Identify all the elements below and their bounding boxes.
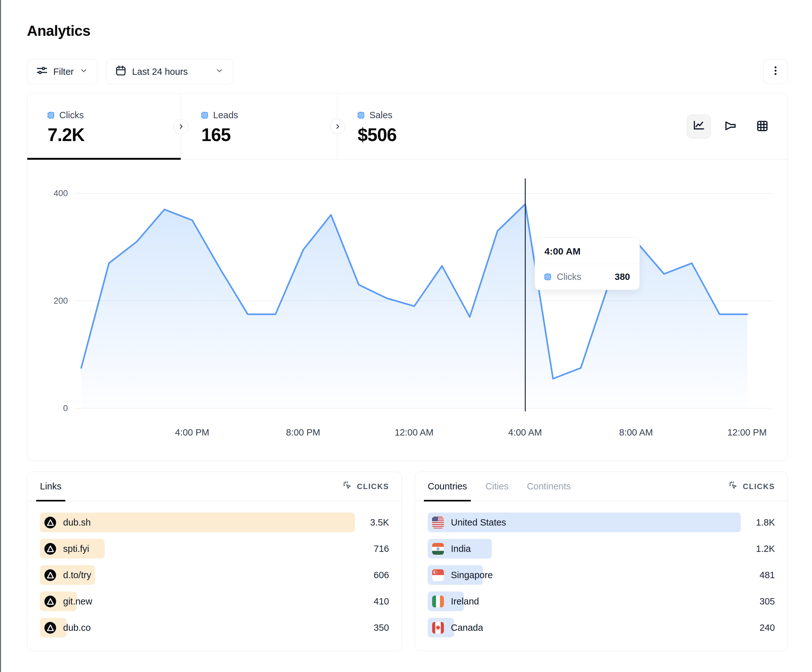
link-label: dub.co — [63, 623, 91, 633]
link-clicks-value: 350 — [374, 623, 389, 633]
funnel-chart-toggle[interactable] — [718, 114, 742, 138]
line-chart-toggle[interactable] — [687, 114, 711, 138]
page-title: Analytics — [27, 22, 788, 39]
x-axis-tick: 8:00 AM — [619, 427, 653, 438]
tab-continents-label: Continents — [527, 481, 571, 492]
tooltip-series-label: Clicks — [557, 272, 581, 282]
analytics-page: Analytics Filter Last 24 h — [1, 0, 812, 664]
expand-leads-button[interactable] — [330, 119, 345, 134]
country-label: United States — [451, 517, 506, 528]
country-label: Singapore — [451, 570, 493, 580]
country-clicks-value: 481 — [760, 570, 775, 580]
link-clicks-value: 716 — [374, 544, 389, 554]
country-row[interactable]: Ireland 305 — [428, 592, 775, 611]
filter-sliders-icon — [36, 64, 48, 79]
x-axis-tick: 12:00 AM — [395, 427, 434, 438]
stat-value: 7.2K — [48, 124, 181, 145]
link-clicks-value: 3.5K — [370, 517, 389, 528]
chart-canvas — [27, 159, 788, 461]
link-row[interactable]: dub.sh 3.5K — [40, 513, 389, 532]
countries-metric-selector[interactable]: CLICKS — [728, 481, 775, 493]
tab-cities-label: Cities — [485, 481, 508, 492]
country-row[interactable]: India 1.2K — [428, 539, 775, 559]
date-range-label: Last 24 hours — [132, 67, 188, 77]
stat-label: Clicks — [59, 110, 84, 121]
clicks-legend-chip — [48, 112, 54, 119]
india-flag-icon — [432, 543, 444, 555]
us-flag-icon — [432, 517, 444, 529]
tab-links-label: Links — [40, 481, 61, 492]
filter-button-label: Filter — [53, 67, 73, 77]
clicks-area-chart[interactable]: 0200400 4:00 PM8:00 PM12:00 AM4:00 AM8:0… — [27, 159, 788, 461]
click-burst-icon — [343, 481, 353, 493]
singapore-flag-icon — [432, 569, 444, 581]
stat-tab-clicks[interactable]: Clicks 7.2K — [27, 94, 181, 159]
expand-clicks-button[interactable] — [174, 119, 189, 134]
x-axis-tick: 4:00 PM — [175, 427, 209, 438]
country-row[interactable]: Canada 240 — [428, 618, 775, 638]
link-row[interactable]: git.new 410 — [40, 592, 389, 611]
link-row[interactable]: dub.co 350 — [40, 618, 389, 638]
tab-continents[interactable]: Continents — [527, 472, 571, 501]
country-label: Ireland — [451, 596, 479, 607]
leaderboards: Links CLICKS — [27, 472, 788, 651]
tab-cities[interactable]: Cities — [485, 472, 508, 501]
link-row[interactable]: d.to/try 606 — [40, 565, 389, 585]
y-axis-tick: 400 — [39, 189, 68, 198]
analytics-card: Clicks 7.2K Leads 165 Sales $506 — [27, 93, 788, 461]
canada-flag-icon — [432, 622, 444, 634]
tab-links[interactable]: Links — [40, 472, 61, 501]
links-metric-selector[interactable]: CLICKS — [343, 481, 389, 493]
dub-favicon — [44, 595, 56, 607]
countries-metric-label: CLICKS — [743, 482, 775, 491]
country-clicks-value: 240 — [760, 623, 775, 633]
x-axis-tick: 12:00 PM — [727, 427, 767, 438]
stat-label: Sales — [369, 110, 392, 121]
link-clicks-value: 606 — [374, 570, 389, 580]
more-options-button[interactable] — [763, 59, 788, 84]
stats-row: Clicks 7.2K Leads 165 Sales $506 — [27, 94, 788, 159]
stat-value: $506 — [358, 124, 502, 145]
dub-favicon — [44, 517, 56, 529]
link-label: spti.fyi — [63, 544, 89, 554]
country-clicks-value: 1.2K — [756, 544, 775, 554]
filter-button[interactable]: Filter — [27, 59, 97, 84]
toolbar: Filter Last 24 hours — [27, 59, 788, 84]
table-view-toggle[interactable] — [750, 114, 774, 138]
sales-legend-chip — [358, 112, 364, 119]
tooltip-legend-chip — [544, 273, 551, 280]
link-row[interactable]: spti.fyi 716 — [40, 539, 389, 559]
stat-label: Leads — [213, 110, 238, 121]
kebab-menu-icon — [770, 65, 781, 78]
funnel-icon — [724, 119, 737, 133]
countries-panel: Countries Cities Continents — [415, 472, 788, 651]
leads-legend-chip — [201, 112, 208, 119]
countries-rows: United States 1.8K India — [415, 501, 788, 638]
country-clicks-value: 1.8K — [756, 517, 775, 528]
stat-tab-leads[interactable]: Leads 165 — [181, 94, 337, 159]
y-axis-tick: 0 — [39, 404, 68, 413]
stat-value: 165 — [201, 124, 337, 145]
dub-favicon — [44, 569, 56, 581]
tab-countries[interactable]: Countries — [428, 472, 467, 501]
country-label: Canada — [451, 623, 483, 633]
chart-tooltip: 4:00 AM Clicks 380 — [535, 237, 640, 290]
country-row[interactable]: Singapore 481 — [428, 565, 775, 585]
stat-tab-sales[interactable]: Sales $506 — [337, 94, 502, 159]
chevron-down-icon — [214, 66, 225, 78]
chevron-down-icon — [78, 66, 89, 78]
links-panel: Links CLICKS — [27, 472, 402, 651]
x-axis-tick: 4:00 AM — [508, 427, 542, 438]
tooltip-value: 380 — [615, 272, 630, 282]
tooltip-time: 4:00 AM — [535, 238, 640, 264]
link-clicks-value: 410 — [374, 596, 389, 607]
date-range-button[interactable]: Last 24 hours — [106, 59, 233, 84]
grid-table-icon — [756, 119, 769, 133]
link-label: d.to/try — [63, 570, 91, 580]
y-axis-tick: 200 — [39, 296, 68, 306]
links-metric-label: CLICKS — [357, 482, 389, 491]
link-label: dub.sh — [63, 517, 91, 528]
tab-countries-label: Countries — [428, 481, 467, 492]
country-row[interactable]: United States 1.8K — [428, 513, 775, 532]
link-label: git.new — [63, 596, 92, 607]
